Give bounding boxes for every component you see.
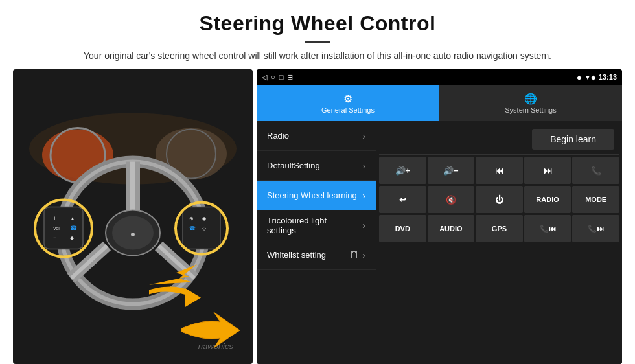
svg-text:◆: ◆: [70, 235, 75, 241]
location-icon: ◆: [577, 74, 582, 81]
power-button[interactable]: ⏻: [476, 186, 523, 213]
header-section: Steering Wheel Control Your original car…: [0, 0, 635, 69]
tab-bar: ⚙ General Settings 🌐 System Settings: [257, 85, 622, 121]
tab-general-label: General Settings: [321, 106, 375, 114]
chevron-icon-2: ›: [362, 161, 365, 171]
next-button[interactable]: ⏭: [524, 157, 572, 184]
page-title: Steering Wheel Control: [26, 12, 609, 36]
tab-system-settings[interactable]: 🌐 System Settings: [439, 85, 622, 121]
menu-item-whitelist[interactable]: Whitelist setting 🗒 ›: [257, 240, 376, 270]
svg-text:◇: ◇: [202, 225, 207, 231]
menu-item-radio[interactable]: Radio ›: [257, 121, 376, 151]
menu-item-defaultsetting[interactable]: DefaultSetting ›: [257, 151, 376, 181]
title-divider: [305, 41, 330, 43]
right-controls: Begin learn 🔊+ 🔊− ⏮ ⏭ 📞 ↩ 🔇 ⏻: [376, 121, 622, 364]
svg-text:☎: ☎: [70, 225, 77, 231]
svg-text:+: +: [53, 215, 56, 222]
status-bar-right: ◆ ▼◆ 13:13: [577, 73, 617, 81]
control-row-2: ↩ 🔇 ⏻ RADIO MODE: [379, 186, 619, 213]
prev-button[interactable]: ⏮: [476, 157, 523, 184]
svg-text:☎: ☎: [189, 225, 196, 231]
recents-icon[interactable]: □: [279, 73, 284, 81]
svg-text:−: −: [53, 234, 56, 241]
ui-body: Radio › DefaultSetting › Steering Wheel …: [257, 121, 622, 364]
menu-whitelist-label: Whitelist setting: [267, 250, 349, 260]
begin-learn-row: Begin learn: [379, 124, 619, 155]
chevron-icon: ›: [362, 131, 365, 141]
control-row-3: DVD AUDIO GPS 📞⏮ 📞⏭: [379, 215, 619, 242]
vol-up-button[interactable]: 🔊+: [379, 157, 426, 184]
chevron-icon-3: ›: [362, 190, 365, 201]
svg-text:⊕: ⊕: [189, 216, 194, 222]
call-button[interactable]: 📞: [572, 157, 619, 184]
control-row-1: 🔊+ 🔊− ⏮ ⏭ 📞: [379, 157, 619, 184]
svg-text:Vol: Vol: [53, 226, 60, 231]
dvd-button[interactable]: DVD: [379, 215, 426, 242]
watermark: nawonics: [198, 341, 233, 351]
radio-button[interactable]: RADIO: [524, 186, 572, 213]
menu-defaultsetting-label: DefaultSetting: [267, 161, 362, 170]
call-next-button[interactable]: 📞⏭: [572, 215, 619, 242]
page-container: Steering Wheel Control Your original car…: [0, 0, 635, 364]
whitelist-icon: 🗒: [349, 249, 360, 261]
steering-wheel-panel: ● + Vol − ▲ ☎ ◆ ⊕ ☎ ◆ ◇: [13, 69, 253, 364]
clock: 13:13: [599, 73, 617, 81]
chevron-icon-4: ›: [362, 220, 365, 231]
settings-gear-icon: ⚙: [343, 93, 352, 105]
status-bar: ◁ ○ □ ⊞ ◆ ▼◆ 13:13: [257, 69, 622, 85]
system-icon: 🌐: [524, 93, 537, 105]
status-bar-nav-icons: ◁ ○ □ ⊞: [262, 73, 293, 82]
tab-system-label: System Settings: [505, 106, 556, 114]
svg-text:●: ●: [130, 229, 135, 239]
android-ui: ◁ ○ □ ⊞ ◆ ▼◆ 13:13 ⚙ General Settings: [257, 69, 622, 364]
mode-button[interactable]: MODE: [572, 186, 619, 213]
signal-icon: ▼◆: [584, 74, 596, 81]
left-menu: Radio › DefaultSetting › Steering Wheel …: [257, 121, 376, 364]
svg-rect-17: [44, 207, 83, 249]
menu-tricoloured-label: Tricoloured lightsettings: [267, 216, 362, 235]
call-prev-button[interactable]: 📞⏮: [524, 215, 572, 242]
vol-down-button[interactable]: 🔊−: [428, 157, 475, 184]
svg-rect-24: [183, 207, 220, 249]
begin-learn-button[interactable]: Begin learn: [532, 129, 614, 150]
gps-button[interactable]: GPS: [476, 215, 523, 242]
audio-button[interactable]: AUDIO: [428, 215, 475, 242]
subtitle-text: Your original car's steering wheel contr…: [71, 49, 564, 63]
svg-text:◆: ◆: [202, 216, 207, 222]
chevron-icon-5: ›: [362, 250, 365, 260]
menu-icon[interactable]: ⊞: [287, 73, 293, 82]
back-call-button[interactable]: ↩: [379, 186, 426, 213]
home-icon[interactable]: ○: [271, 73, 275, 81]
content-row: ● + Vol − ▲ ☎ ◆ ⊕ ☎ ◆ ◇: [0, 69, 635, 364]
mute-button[interactable]: 🔇: [428, 186, 475, 213]
tab-general-settings[interactable]: ⚙ General Settings: [257, 85, 439, 121]
svg-text:▲: ▲: [70, 216, 75, 222]
back-icon[interactable]: ◁: [262, 73, 267, 82]
menu-steering-label: Steering Wheel learning: [267, 190, 362, 200]
menu-radio-label: Radio: [267, 131, 362, 141]
menu-item-tricoloured[interactable]: Tricoloured lightsettings ›: [257, 210, 376, 240]
menu-item-steering-wheel[interactable]: Steering Wheel learning ›: [257, 181, 376, 210]
